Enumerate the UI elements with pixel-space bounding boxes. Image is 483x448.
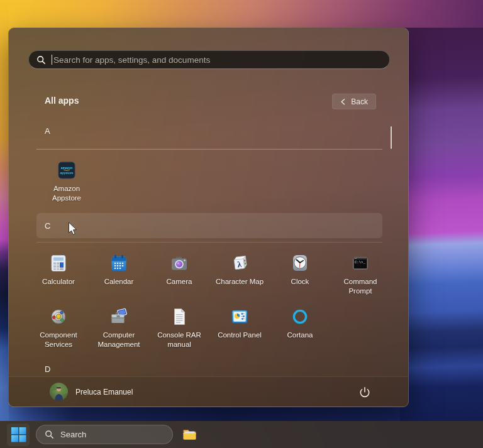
app-label: Amazon Appstore: [39, 184, 94, 203]
back-button[interactable]: Back: [332, 94, 376, 109]
app-label: Calculator: [42, 277, 75, 287]
windows-start-icon: [11, 427, 26, 442]
component-services-icon: [49, 307, 68, 326]
taskbar-search[interactable]: Search: [36, 425, 173, 444]
wallpaper-bands-right: [400, 28, 483, 421]
app-label: Component Services: [31, 331, 86, 349]
user-avatar[interactable]: [50, 383, 68, 401]
app-control-panel[interactable]: Control Panel: [212, 303, 267, 357]
search-icon: [36, 55, 46, 65]
section-header-c-row[interactable]: C: [36, 213, 382, 238]
app-command-prompt[interactable]: C:\>_ Command Prompt: [333, 250, 388, 303]
start-button[interactable]: [7, 423, 30, 446]
avatar-photo: [50, 383, 68, 401]
app-label: Cortana: [287, 331, 313, 340]
app-computer-management[interactable]: Computer Management: [91, 303, 147, 357]
app-camera[interactable]: Camera: [152, 250, 207, 303]
clock-icon: [291, 254, 309, 273]
cortana-icon: [291, 307, 309, 326]
section-divider: [36, 242, 382, 243]
document-icon: [170, 307, 189, 326]
scrollbar-thumb[interactable]: [391, 126, 392, 149]
app-label: Clock: [291, 277, 309, 287]
control-panel-icon: [230, 307, 249, 326]
power-icon: [359, 386, 370, 398]
app-component-services[interactable]: Component Services: [31, 303, 86, 357]
app-clock[interactable]: Clock: [272, 250, 328, 303]
start-menu-panel: Search for apps, settings, and documents…: [8, 28, 409, 407]
file-explorer-icon: [181, 426, 198, 443]
wallpaper-bands-left: [0, 0, 9, 421]
file-explorer-button[interactable]: [179, 424, 200, 445]
calculator-icon: [49, 254, 68, 273]
app-grid: Calculator Calendar: [28, 250, 391, 357]
power-button[interactable]: [355, 382, 375, 402]
app-label: Control Panel: [218, 331, 262, 340]
user-name[interactable]: Preluca Emanuel: [75, 388, 133, 396]
section-header-c: C: [45, 221, 50, 231]
search-icon: [45, 430, 54, 439]
taskbar: Search: [0, 421, 483, 448]
back-button-label: Back: [351, 97, 368, 106]
app-amazon-appstore[interactable]: amazon appstore Amazon Appstore: [39, 161, 94, 203]
section-header-d[interactable]: D: [45, 364, 50, 374]
app-calculator[interactable]: Calculator: [31, 250, 86, 303]
computer-management-icon: [109, 307, 128, 326]
start-menu-footer: Preluca Emanuel: [9, 376, 408, 407]
search-input[interactable]: Search for apps, settings, and documents: [28, 50, 390, 69]
taskbar-search-label: Search: [60, 430, 86, 439]
mouse-cursor: [68, 222, 77, 236]
app-label: Calendar: [104, 277, 134, 287]
app-label: Computer Management: [91, 331, 147, 349]
svg-text:C:\>_: C:\>_: [355, 260, 365, 265]
character-map-icon: λ: [230, 254, 249, 273]
section-header-a[interactable]: A: [45, 126, 50, 136]
app-label: Command Prompt: [333, 277, 388, 296]
text-caret: [52, 55, 52, 65]
svg-text:appstore: appstore: [60, 171, 74, 175]
app-label: Console RAR manual: [152, 331, 207, 349]
app-calendar[interactable]: Calendar: [91, 250, 147, 303]
app-character-map[interactable]: λ Character Map: [212, 250, 267, 303]
svg-text:amazon: amazon: [61, 166, 73, 170]
app-label: Camera: [167, 277, 192, 287]
command-prompt-icon: C:\>_: [351, 254, 370, 273]
calendar-icon: [109, 254, 128, 273]
search-placeholder: Search for apps, settings, and documents: [53, 55, 210, 65]
amazon-appstore-icon: amazon appstore: [57, 161, 76, 180]
section-divider: [36, 149, 382, 150]
camera-icon: [170, 254, 189, 273]
app-cortana[interactable]: Cortana: [272, 303, 328, 357]
page-title: All apps: [45, 96, 79, 106]
app-label: Character Map: [216, 277, 264, 287]
app-console-rar-manual[interactable]: Console RAR manual: [152, 303, 207, 357]
chevron-left-icon: [340, 99, 346, 105]
